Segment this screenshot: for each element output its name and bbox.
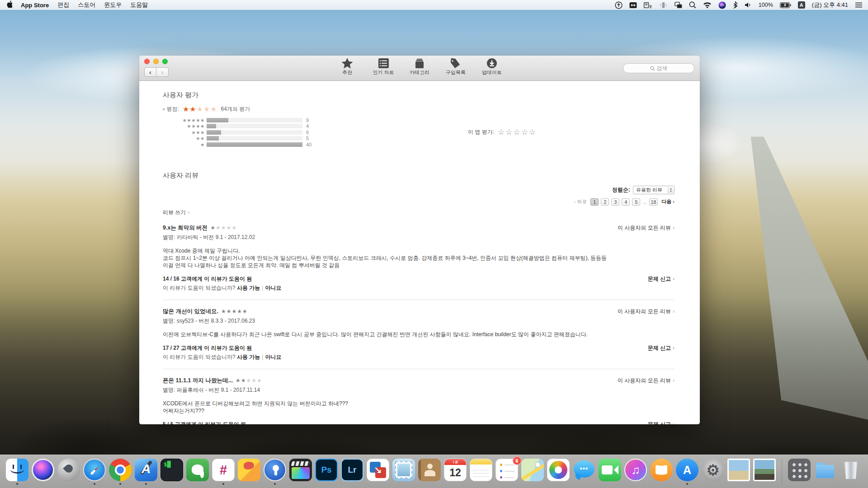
window-titlebar[interactable]: ‹ › 추천인기 차트카테고리구입목록업데이트 검색: [139, 56, 700, 81]
dock-item-mail[interactable]: [392, 459, 415, 486]
toolbar-item-star[interactable]: 추천: [334, 58, 361, 76]
dock-item-finalcut[interactable]: [289, 459, 312, 486]
dock-item-zeplin[interactable]: [238, 459, 260, 486]
display-mirroring-icon[interactable]: [675, 2, 682, 9]
report-problem-link[interactable]: 문제 신고›: [648, 344, 675, 352]
pager-page-4[interactable]: 4: [622, 198, 630, 206]
report-problem-link[interactable]: 문제 신고›: [648, 275, 675, 283]
messages-icon: •••: [573, 459, 595, 481]
dock-item-folder[interactable]: [814, 459, 836, 486]
volume-icon[interactable]: [745, 2, 752, 8]
chevron-right-icon: ›: [673, 345, 675, 351]
dock-item-notes[interactable]: [470, 459, 492, 486]
dock-item-launchpad[interactable]: [57, 459, 80, 486]
toolbar-item-label: 추천: [342, 69, 352, 76]
sort-dropdown[interactable]: 유용한 리뷰 ▲▼: [633, 186, 675, 194]
screen-share-icon[interactable]: [644, 2, 652, 9]
write-review-link[interactable]: 리뷰 쓰기 ›: [163, 209, 675, 216]
report-problem-link[interactable]: 문제 신고›: [648, 421, 675, 425]
menu-item-윈도우[interactable]: 윈도우: [104, 1, 122, 9]
upload-circle-icon[interactable]: [615, 1, 623, 9]
app-menu-title[interactable]: App Store: [21, 2, 49, 9]
dock-item-itunes[interactable]: ♫: [624, 459, 647, 486]
rating-bar-track: [207, 142, 302, 147]
phone-waves-icon[interactable]: [659, 2, 668, 9]
dock-item-lightroom[interactable]: Lr: [341, 459, 363, 486]
dock-item-appstore[interactable]: A: [676, 459, 698, 486]
toolbar-item-label: 카테고리: [410, 69, 429, 76]
review-byline: 별명: 퍼플후레쉬 - 버전 9.1 - 2017.11.14: [163, 386, 675, 394]
review-body: 이전에 오브젝티브-C를 사용하다가 최근 나온 swift로 다시 공부 중입…: [163, 331, 675, 338]
input-source-icon[interactable]: A: [798, 1, 805, 9]
dock-item-gridstack[interactable]: [788, 459, 811, 486]
pager-page-18[interactable]: 18: [649, 198, 658, 206]
dock-item-safari[interactable]: [83, 459, 106, 486]
dock-item-contacts[interactable]: [418, 459, 441, 486]
dock-item-photos[interactable]: [547, 459, 570, 486]
star-icon: ★: [231, 225, 237, 231]
dock-item-onepassword[interactable]: [264, 459, 286, 486]
disclosure-triangle-icon[interactable]: ▾: [163, 107, 165, 112]
siri-icon[interactable]: [718, 1, 726, 9]
dock-item-facetime[interactable]: [599, 459, 621, 486]
stack-icon: [414, 58, 425, 69]
dock-item-siri[interactable]: [32, 459, 54, 486]
battery-icon[interactable]: [780, 2, 791, 8]
rating-bar-stars: ★★★★★: [163, 118, 205, 123]
star-icon: ☆: [505, 128, 513, 136]
all-reviews-link[interactable]: 이 사용자의 모든 리뷰›: [618, 308, 675, 315]
toolbar-item-tag[interactable]: 구입목록: [442, 58, 469, 76]
dock-item-maps[interactable]: [521, 459, 544, 486]
bluetooth-icon[interactable]: [733, 1, 738, 9]
apple-menu-icon[interactable]: [5, 0, 12, 9]
all-reviews-link[interactable]: 이 사용자의 모든 리뷰›: [618, 224, 675, 232]
menu-item-도움말[interactable]: 도움말: [130, 1, 148, 9]
rating-bar-fill: [207, 136, 219, 141]
toolbar-item-list[interactable]: 인기 차트: [370, 58, 397, 76]
star-icon: ★: [203, 105, 210, 113]
toolbar-item-download[interactable]: 업데이트: [478, 58, 505, 76]
pager-page-5[interactable]: 5: [632, 198, 640, 206]
menu-item-편집[interactable]: 편집: [57, 1, 69, 9]
wifi-icon[interactable]: [703, 2, 712, 8]
menu-bar-clock[interactable]: (금) 오후 4:41: [812, 1, 848, 9]
report-problem-label: 문제 신고: [648, 275, 671, 283]
dock-item-slack[interactable]: #: [212, 459, 235, 486]
helpful-yes-link[interactable]: 사용 가능: [237, 285, 260, 291]
rate-this-app-stars[interactable]: ☆☆☆☆☆: [498, 128, 537, 136]
teamviewer-icon[interactable]: [629, 2, 637, 9]
pager-page-2[interactable]: 2: [601, 198, 609, 206]
dock-item-vmware[interactable]: ↘: [367, 459, 389, 486]
dock-item-pictures1[interactable]: [727, 459, 750, 486]
pager-back-link[interactable]: ‹ 뒤로: [574, 198, 587, 205]
pager-page-1[interactable]: 1: [590, 198, 599, 206]
dock-item-sysprefs[interactable]: ⚙: [702, 459, 724, 486]
toolbar-item-stack[interactable]: 카테고리: [406, 58, 433, 76]
dock-item-trash[interactable]: [840, 459, 862, 486]
spotlight-icon[interactable]: [689, 1, 696, 9]
dock-item-terminal[interactable]: $█: [160, 459, 183, 486]
all-reviews-link[interactable]: 이 사용자의 모든 리뷰›: [618, 377, 675, 385]
helpful-no-link[interactable]: 아니요: [265, 354, 281, 360]
dock-item-ibooks[interactable]: [650, 459, 673, 486]
dock-item-calendar[interactable]: 1월12: [444, 459, 467, 486]
dock-item-messages[interactable]: •••: [573, 459, 595, 486]
menu-item-스토어[interactable]: 스토어: [78, 1, 95, 9]
star-icon: ☆: [498, 128, 505, 136]
dock-item-chrome[interactable]: [109, 459, 132, 486]
dock-item-photoshop[interactable]: Ps: [315, 459, 338, 486]
dock-item-evernote[interactable]: [186, 459, 209, 486]
dock-item-xcode[interactable]: A: [135, 459, 157, 486]
pager-next-link[interactable]: 다음 ›: [661, 198, 675, 205]
search-input[interactable]: 검색: [623, 63, 694, 73]
helpful-no-link[interactable]: 아니요: [265, 285, 281, 291]
review-body: 역대 Xcode 중에 제일 구립니다.코드 점프시 1~2분 이상 걸리거나 …: [163, 247, 675, 269]
star-icon: ☆: [529, 128, 537, 136]
dock-item-pictures2[interactable]: [753, 459, 776, 486]
dock-item-finder[interactable]: [6, 459, 28, 486]
pager-page-3[interactable]: 3: [611, 198, 619, 206]
star-icon: ☆: [521, 128, 529, 136]
notification-center-icon[interactable]: [855, 2, 863, 8]
dock-item-reminders[interactable]: 6: [495, 459, 518, 486]
helpful-yes-link[interactable]: 사용 가능: [237, 354, 260, 360]
